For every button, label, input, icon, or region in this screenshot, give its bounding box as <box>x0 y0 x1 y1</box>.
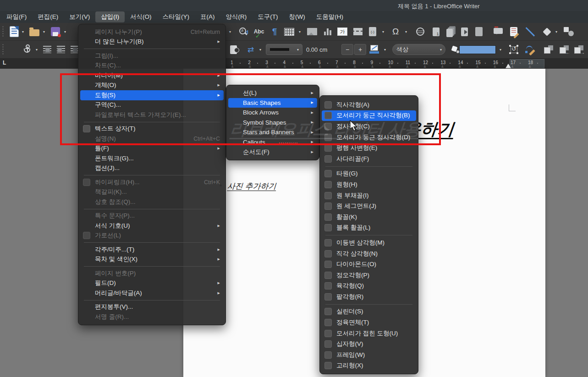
menubar-item[interactable]: 창(W) <box>284 11 311 22</box>
insert-image-icon[interactable] <box>306 26 318 38</box>
menubar-item[interactable]: 도구(T) <box>252 11 283 22</box>
basic-shapes-submenu-item[interactable]: 모서리가 접힌 도형(U) <box>322 328 416 339</box>
rotate-icon[interactable]: ↺ <box>508 44 520 55</box>
basic-shapes-submenu-item[interactable]: 원형(H) <box>322 179 416 190</box>
menubar-item[interactable]: 표(A) <box>195 11 220 22</box>
edit-points-icon[interactable] <box>524 44 536 55</box>
fill-color-dropdown-caret[interactable]: ▾ <box>498 44 503 55</box>
show-draw-functions-icon[interactable] <box>563 26 575 38</box>
line-width-decrease-button[interactable]: − <box>341 44 353 55</box>
new-document-icon[interactable] <box>8 26 20 38</box>
menubar-item[interactable]: 편집(E) <box>32 11 64 22</box>
basic-shapes-submenu-item[interactable]: 팔각형(R) <box>322 291 416 302</box>
basic-shapes-submenu-item[interactable]: 사다리꼴(F) <box>322 153 416 164</box>
send-backward-icon[interactable]: ← <box>558 44 570 55</box>
basic-shapes-submenu-item[interactable]: 정오각형(P) <box>322 270 416 281</box>
wrap-off-icon[interactable] <box>41 44 53 55</box>
basic-shapes-submenu-item[interactable]: 활꼴(K) <box>322 212 416 223</box>
menubar-item[interactable]: 파일(F) <box>1 11 32 22</box>
menu-item-label: 페이지 나누기(P) <box>95 28 142 36</box>
menubar-item[interactable]: 스타일(Y) <box>157 11 195 22</box>
bring-to-front-icon[interactable] <box>543 44 555 55</box>
special-character-dropdown-caret[interactable]: ▾ <box>403 26 409 38</box>
basic-shapes-submenu-item[interactable]: 원 세그먼트(J) <box>322 201 416 212</box>
tab-stop-selector[interactable]: L <box>3 60 6 66</box>
basic-shapes-submenu-item[interactable]: 직각 삼각형(N) <box>322 248 416 259</box>
insert-table-icon[interactable] <box>283 26 295 38</box>
insert-text-box-icon[interactable]: 가 <box>336 26 348 38</box>
insert-menu-item[interactable]: 편지봉투(V)... <box>80 302 224 312</box>
basic-shapes-submenu-item[interactable]: 정육면체(T) <box>322 317 416 328</box>
tab-stop-mark: ⊥ <box>336 65 339 68</box>
wrap-contour-icon[interactable] <box>227 44 239 55</box>
open-file-icon[interactable] <box>28 26 40 38</box>
anchor-icon[interactable] <box>21 44 33 55</box>
basic-shapes-icon[interactable] <box>541 26 553 38</box>
bookmark-icon[interactable] <box>444 26 456 38</box>
menu-item-label: 더 많은 나누기(B) <box>95 38 144 46</box>
basic-shapes-submenu-item[interactable]: 십자형(V) <box>322 339 416 350</box>
title-bar[interactable]: 제목 없음 1 - LibreOffice Writer <box>0 0 588 11</box>
menubar-item[interactable]: 서식(O) <box>125 11 157 22</box>
menubar-item[interactable]: 양식(R) <box>220 11 253 22</box>
basic-shapes-submenu-item[interactable]: 이등변 삼각형(M) <box>322 237 416 248</box>
spellcheck-icon[interactable]: Abc✓ <box>253 26 265 38</box>
line-color-dropdown-caret[interactable]: ▾ <box>382 44 388 55</box>
fill-color-swatch[interactable] <box>459 45 496 54</box>
insert-chart-icon[interactable] <box>322 26 334 38</box>
save-dropdown-caret[interactable]: ▾ <box>62 26 68 38</box>
find-replace-icon[interactable]: ad <box>237 26 249 38</box>
insert-menu-item[interactable]: 각주/미주...(T)▶ <box>80 245 224 255</box>
basic-shapes-submenu-item[interactable]: 고리형(X) <box>322 361 416 372</box>
toolbar-grip[interactable] <box>2 44 5 55</box>
menubar-item[interactable]: 보기(V) <box>64 11 95 22</box>
basic-shapes-submenu-item[interactable]: 육각형(Q) <box>322 281 416 292</box>
bring-forward-icon[interactable]: → <box>573 44 585 55</box>
track-changes-icon[interactable] <box>508 26 520 38</box>
basic-shapes-submenu-item[interactable]: 프레임(W) <box>322 350 416 361</box>
insert-menu-item[interactable]: 더 많은 나누기(B)▶ <box>80 37 224 47</box>
wrap-page-icon[interactable] <box>55 44 67 55</box>
insert-field-dropdown-caret[interactable]: ▾ <box>380 26 386 38</box>
insert-menu-item[interactable]: 폰트워크(G)... <box>80 153 224 164</box>
new-document-dropdown-caret[interactable]: ▾ <box>20 26 26 38</box>
menubar-item[interactable]: 도움말(H) <box>311 11 349 22</box>
field-shade-icon[interactable] <box>473 26 485 38</box>
menubar-item[interactable]: 삽입(I) <box>95 11 125 22</box>
basic-shapes-submenu-item[interactable]: 실린더(S) <box>322 306 416 317</box>
basic-shapes-dropdown-caret[interactable]: ▾ <box>554 26 559 38</box>
comment-icon[interactable] <box>492 26 504 38</box>
cross-reference-icon[interactable] <box>458 26 470 38</box>
basic-shapes-submenu-item[interactable]: 다이아몬드(O) <box>322 259 416 270</box>
open-file-dropdown-caret[interactable]: ▾ <box>41 26 47 38</box>
page-break-icon[interactable] <box>352 26 364 38</box>
paragraph-style-dropdown-caret[interactable]: ▾ <box>227 26 233 38</box>
basic-shapes-submenu-item[interactable]: 원 부채꼴(I) <box>322 190 416 201</box>
hyperlink-icon[interactable] <box>414 26 426 38</box>
toolbar-grip[interactable] <box>2 26 5 38</box>
insert-table-dropdown-caret[interactable]: ▾ <box>297 26 302 38</box>
line-color-icon[interactable] <box>368 44 380 55</box>
insert-menu-item[interactable]: 캡션(J)... <box>80 164 224 174</box>
line-width-increase-button[interactable]: + <box>354 44 366 55</box>
insert-line-icon[interactable] <box>524 26 536 38</box>
arrow-style-dropdown-caret[interactable]: ▾ <box>258 44 263 55</box>
insert-menu-item[interactable]: 머리글/바닥글(A)▶ <box>80 288 224 298</box>
insert-menu-item[interactable]: 목차 및 색인(X)▶ <box>80 255 224 265</box>
line-width-input[interactable]: 0.00 cm <box>306 46 327 53</box>
save-icon[interactable] <box>49 26 61 38</box>
footnote-icon[interactable]: 1 <box>430 26 442 38</box>
basic-shapes-submenu-item[interactable]: 블록 활꼴(L) <box>322 223 416 234</box>
fill-type-select[interactable]: 색상 ▾ <box>392 44 445 55</box>
arrow-style-icon[interactable]: ⇄ <box>245 44 257 55</box>
anchor-dropdown-caret[interactable]: ▾ <box>34 44 39 55</box>
insert-menu-item[interactable]: 서식 기호(U)▶ <box>80 221 224 231</box>
insert-field-icon[interactable]: (-) <box>367 26 379 38</box>
insert-menu-item[interactable]: 필드(D)▶ <box>80 279 224 289</box>
formatting-marks-icon[interactable]: ¶ <box>269 26 280 38</box>
special-character-icon[interactable]: Ω <box>390 26 401 38</box>
basic-shapes-submenu-item[interactable]: 타원(G) <box>322 169 416 180</box>
menubar[interactable]: 파일(F)편집(E)보기(V)삽입(I)서식(O)스타일(Y)표(A)양식(R)… <box>0 11 588 23</box>
shape-submenu-item[interactable]: 순서도(F)▶ <box>228 147 317 157</box>
line-style-select[interactable]: ▾ <box>266 44 302 55</box>
